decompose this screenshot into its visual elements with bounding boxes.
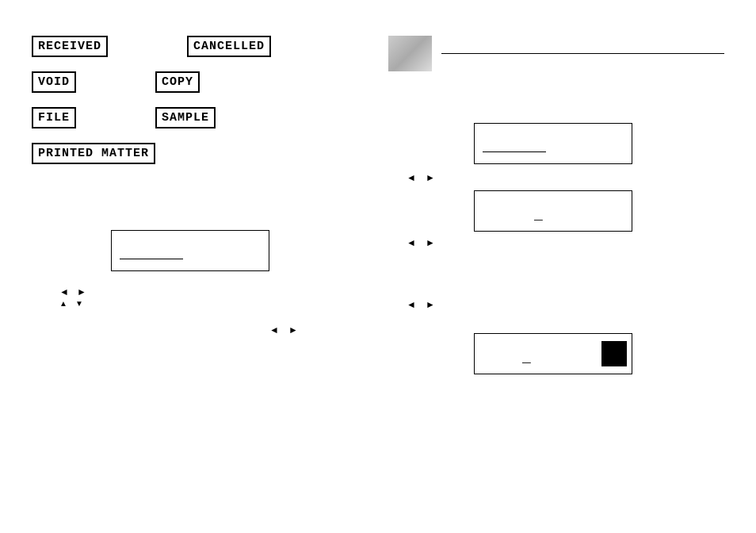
stamps-row-3: FILE SAMPLE [32, 107, 271, 128]
stamps-section: RECEIVED CANCELLED VOID COPY FILE SAMPLE… [32, 36, 271, 178]
bottom-left-arrow[interactable]: ◄ [269, 325, 279, 335]
copy-stamp[interactable]: COPY [155, 71, 200, 93]
void-stamp[interactable]: VOID [32, 71, 76, 93]
sq-bl [605, 355, 613, 363]
left-arrow-up[interactable]: ◄ [59, 287, 69, 297]
right-input-3: _ [474, 333, 632, 374]
right3-left-arrow[interactable]: ◄ [407, 300, 416, 309]
right2-right-arrow[interactable]: ► [426, 238, 435, 247]
sq-tr [616, 345, 624, 353]
right-input-1-underline [483, 151, 546, 152]
bottom-right-arrow[interactable]: ► [288, 325, 298, 335]
right1-left-arrow[interactable]: ◄ [407, 173, 416, 182]
right-arrow-up[interactable]: ► [77, 287, 86, 297]
thumbnail [388, 36, 432, 71]
left-input-container [111, 230, 269, 271]
right-arrow-group-2: ◄ ► [407, 238, 435, 247]
right-input-3-underscore: _ [522, 350, 531, 366]
header-line [441, 53, 724, 54]
right-input-2-underscore: _ [534, 207, 543, 223]
right1-right-arrow[interactable]: ► [426, 173, 435, 182]
left-input-box [111, 230, 269, 271]
left-arrow-down[interactable]: ▲ [59, 300, 67, 308]
black-squares-icon [601, 341, 627, 366]
stamps-row-4: PRINTED MATTER [32, 143, 271, 164]
right2-left-arrow[interactable]: ◄ [407, 238, 416, 247]
printed-matter-stamp[interactable]: PRINTED MATTER [32, 143, 155, 164]
right-input-1 [474, 123, 632, 164]
right-arrow-group-1: ◄ ► [407, 173, 435, 182]
right3-right-arrow[interactable]: ► [426, 300, 435, 309]
right-header-area [388, 36, 724, 71]
left-input-underline [120, 259, 183, 259]
left-arrow-group: ◄ ► ▲ ▼ [59, 287, 86, 308]
stamps-row-2: VOID COPY [32, 71, 271, 93]
stamps-row-1: RECEIVED CANCELLED [32, 36, 271, 57]
sq-tl [605, 345, 613, 353]
cancelled-stamp[interactable]: CANCELLED [187, 36, 271, 57]
right-arrow-down[interactable]: ▼ [75, 300, 83, 308]
received-stamp[interactable]: RECEIVED [32, 36, 108, 57]
right-input-2: _ [474, 190, 632, 232]
sample-stamp[interactable]: SAMPLE [155, 107, 216, 128]
bottom-left-arrow-group: ◄ ► [269, 325, 298, 335]
sq-br [616, 355, 624, 363]
file-stamp[interactable]: FILE [32, 107, 76, 128]
right-arrow-group-3: ◄ ► [407, 300, 435, 309]
